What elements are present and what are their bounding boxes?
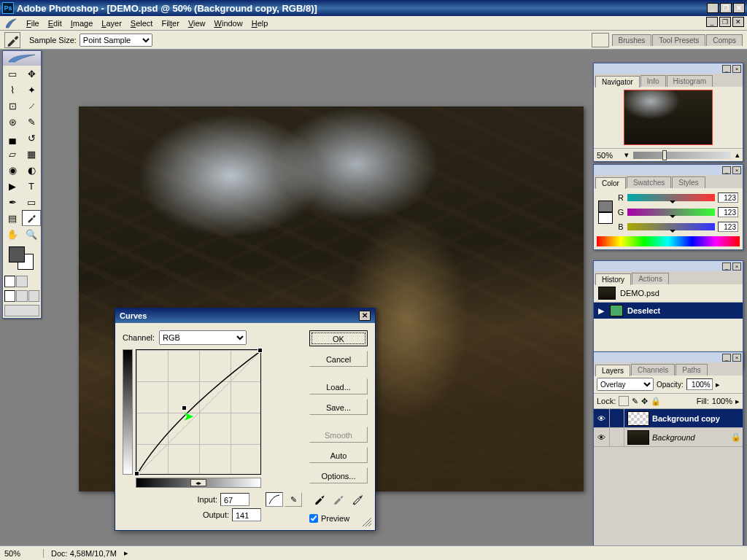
curves-grid[interactable]: ➤ — [136, 349, 261, 475]
brush-tool[interactable]: ✎ — [22, 114, 41, 130]
gradient-tool[interactable]: ▦ — [22, 146, 41, 162]
dialog-titlebar[interactable]: Curves ✕ — [115, 308, 375, 323]
jump-to-imageready-button[interactable] — [4, 305, 39, 316]
move-tool[interactable]: ✥ — [22, 66, 41, 82]
zoom-out-icon[interactable]: ▾ — [624, 150, 629, 160]
history-snapshot[interactable]: DEMO.psd — [594, 284, 743, 303]
screen-mode-full-menubar[interactable] — [16, 290, 27, 302]
shape-tool[interactable]: ▭ — [22, 194, 41, 210]
notes-tool[interactable]: ▤ — [3, 210, 22, 226]
toolbox-header[interactable] — [3, 51, 41, 66]
doc-restore-button[interactable]: ❐ — [719, 17, 731, 27]
slice-tool[interactable]: ⟋ — [22, 98, 41, 114]
load-button[interactable]: Load... — [309, 378, 368, 394]
curve-mode-button[interactable] — [266, 492, 283, 507]
eraser-tool[interactable]: ▱ — [3, 146, 22, 162]
palette-minimize-button[interactable]: _ — [722, 262, 731, 271]
visibility-toggle[interactable]: 👁 — [594, 428, 610, 446]
pen-tool[interactable]: ✒ — [3, 194, 22, 210]
opacity-value[interactable]: 100% — [686, 378, 713, 390]
foreground-color-swatch[interactable] — [9, 246, 25, 262]
channel-select[interactable]: RGB — [159, 330, 247, 345]
lock-move-icon[interactable]: ✥ — [641, 397, 648, 406]
dialog-close-button[interactable]: ✕ — [359, 311, 371, 321]
smooth-button[interactable]: Smooth — [309, 427, 368, 443]
gray-point-eyedropper[interactable] — [332, 492, 345, 505]
screen-mode-standard[interactable] — [4, 290, 15, 302]
link-cell[interactable] — [610, 428, 624, 446]
r-value[interactable]: 123 — [718, 192, 738, 203]
tab-color[interactable]: Color — [595, 177, 626, 189]
black-point-eyedropper[interactable] — [313, 492, 326, 505]
white-point-eyedropper[interactable] — [351, 492, 364, 505]
blur-tool[interactable]: ◉ — [3, 162, 22, 178]
well-tab-brushes[interactable]: Brushes — [612, 34, 652, 46]
zoom-in-icon[interactable]: ▴ — [735, 150, 740, 160]
menu-select[interactable]: Select — [126, 18, 158, 29]
menu-file[interactable]: File — [22, 18, 44, 29]
r-slider[interactable] — [627, 194, 715, 201]
pencil-mode-button[interactable]: ✎ — [285, 492, 302, 507]
lock-all-icon[interactable]: 🔒 — [651, 397, 661, 406]
tab-swatches[interactable]: Swatches — [627, 176, 671, 188]
screen-mode-full[interactable] — [28, 290, 39, 302]
navigator-zoom-slider[interactable] — [633, 152, 731, 159]
preview-checkbox[interactable] — [309, 514, 318, 523]
link-cell[interactable] — [610, 409, 624, 427]
tab-navigator[interactable]: Navigator — [595, 76, 640, 88]
visibility-toggle[interactable]: 👁 — [594, 409, 610, 427]
crop-tool[interactable]: ⊡ — [3, 98, 22, 114]
tab-styles[interactable]: Styles — [672, 176, 705, 188]
maximize-button[interactable]: ❐ — [720, 3, 732, 13]
palette-close-button[interactable]: × — [732, 354, 741, 362]
palette-minimize-button[interactable]: _ — [722, 65, 731, 73]
palette-close-button[interactable]: × — [732, 166, 741, 174]
well-tab-tool-presets[interactable]: Tool Presets — [652, 34, 705, 46]
curve-point[interactable] — [134, 471, 139, 476]
curve-point[interactable] — [258, 348, 263, 353]
palette-close-button[interactable]: × — [732, 262, 741, 271]
dodge-tool[interactable]: ◐ — [22, 162, 41, 178]
history-brush-tool[interactable]: ↺ — [22, 130, 41, 146]
clone-stamp-tool[interactable]: ▄ — [3, 130, 22, 146]
fill-flyout-icon[interactable]: ▸ — [735, 397, 740, 406]
menu-edit[interactable]: Edit — [44, 18, 66, 29]
marquee-tool[interactable]: ▭ — [3, 66, 22, 82]
magic-wand-tool[interactable]: ✦ — [22, 82, 41, 98]
status-doc-info[interactable]: Doc: 4,58M/10,7M — [44, 549, 124, 558]
tab-channels[interactable]: Channels — [631, 364, 675, 376]
color-background-swatch[interactable] — [598, 212, 613, 224]
tab-actions[interactable]: Actions — [632, 273, 669, 284]
output-value[interactable]: 141 — [232, 508, 261, 521]
minimize-button[interactable]: _ — [707, 3, 719, 13]
navigator-thumbnail[interactable] — [624, 90, 713, 145]
b-value[interactable]: 123 — [718, 222, 738, 232]
input-value[interactable]: 67 — [220, 493, 249, 506]
healing-brush-tool[interactable]: ⊛ — [3, 114, 22, 130]
color-spectrum[interactable] — [597, 236, 740, 246]
doc-close-button[interactable]: ✕ — [732, 17, 744, 27]
b-slider[interactable] — [627, 223, 715, 230]
layer-name[interactable]: Background copy — [652, 414, 743, 423]
file-browser-button[interactable] — [592, 33, 609, 47]
close-button[interactable]: ✕ — [733, 3, 745, 13]
blend-mode-select[interactable]: Overlay — [597, 378, 654, 391]
menu-help[interactable]: Help — [247, 18, 273, 29]
layer-thumbnail[interactable] — [627, 411, 649, 426]
tab-history[interactable]: History — [595, 273, 631, 285]
menu-view[interactable]: View — [184, 18, 210, 29]
layer-row[interactable]: 👁 Background 🔒 — [594, 428, 743, 447]
tab-paths[interactable]: Paths — [676, 364, 708, 376]
color-swatches[interactable] — [6, 245, 38, 271]
doc-minimize-button[interactable]: _ — [706, 17, 718, 27]
lock-transparency-button[interactable] — [619, 396, 629, 406]
palette-close-button[interactable]: × — [732, 65, 741, 73]
save-button[interactable]: Save... — [309, 399, 368, 415]
sample-size-select[interactable]: Point Sample — [80, 34, 152, 47]
status-zoom[interactable]: 50% — [0, 549, 44, 558]
ok-button[interactable]: OK — [309, 330, 368, 346]
g-value[interactable]: 123 — [718, 207, 738, 217]
lock-brush-icon[interactable]: ✎ — [632, 397, 638, 406]
eyedropper-tool[interactable] — [22, 210, 41, 226]
well-tab-comps[interactable]: Comps — [706, 34, 743, 46]
